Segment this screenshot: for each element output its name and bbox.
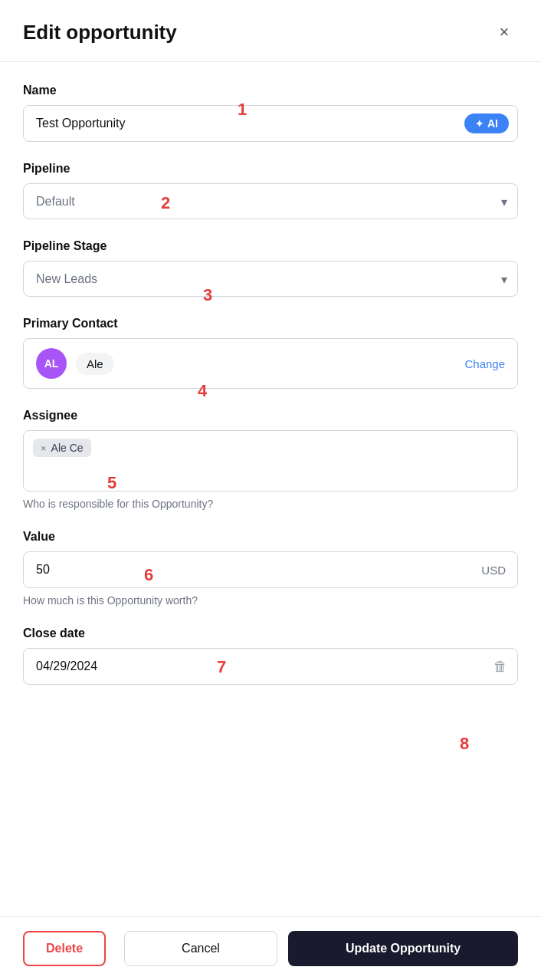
remove-assignee-icon[interactable]: × <box>41 442 47 454</box>
value-input[interactable] <box>23 551 518 588</box>
ai-sparkle-icon: ✦ <box>475 118 484 130</box>
modal-title: Edit opportunity <box>23 21 177 44</box>
edit-opportunity-modal: Edit opportunity × 1 2 3 4 5 6 7 8 Name … <box>0 0 541 980</box>
pipeline-select[interactable]: Default Sales Marketing <box>23 183 518 219</box>
ai-button-label: AI <box>487 117 498 130</box>
pipeline-stage-select[interactable]: New Leads Qualified Proposal Closed Won … <box>23 261 518 297</box>
modal-header: Edit opportunity × <box>0 0 541 62</box>
pipeline-stage-select-wrapper: New Leads Qualified Proposal Closed Won … <box>23 261 518 297</box>
close-date-field-group: Close date 🗑 <box>23 626 518 685</box>
close-date-label: Close date <box>23 626 518 640</box>
step-8-indicator: 8 <box>460 734 469 754</box>
assignee-hint: Who is responsible for this Opportunity? <box>23 498 518 510</box>
pipeline-stage-label: Pipeline Stage <box>23 239 518 253</box>
value-field-group: Value USD How much is this Opportunity w… <box>23 530 518 607</box>
assignee-tag[interactable]: × Ale Ce <box>33 439 91 457</box>
name-label: Name <box>23 84 518 97</box>
contact-name-pill: Ale <box>76 353 114 375</box>
name-input[interactable] <box>23 105 518 142</box>
value-hint: How much is this Opportunity worth? <box>23 594 518 607</box>
pipeline-stage-field-group: Pipeline Stage New Leads Qualified Propo… <box>23 239 518 297</box>
name-field-group: Name ✦ AI <box>23 84 518 142</box>
assignee-name: Ale Ce <box>51 442 84 454</box>
avatar: AL <box>36 348 67 379</box>
pipeline-label: Pipeline <box>23 162 518 176</box>
delete-date-button[interactable]: 🗑 <box>493 659 507 675</box>
close-date-input[interactable] <box>23 648 518 685</box>
close-button[interactable]: × <box>490 18 518 46</box>
pipeline-select-wrapper: Default Sales Marketing ▾ <box>23 183 518 219</box>
primary-contact-field-group: Primary Contact AL Ale Change <box>23 317 518 389</box>
assignee-field-group: Assignee × Ale Ce Who is responsible for… <box>23 409 518 510</box>
contact-left: AL Ale <box>36 348 114 379</box>
assignee-label: Assignee <box>23 409 518 423</box>
cancel-button[interactable]: Cancel <box>124 931 277 966</box>
update-opportunity-button[interactable]: Update Opportunity <box>288 931 518 966</box>
modal-body: 1 2 3 4 5 6 7 8 Name ✦ AI Pipeline Defau… <box>0 62 541 980</box>
date-field-wrapper: 🗑 <box>23 648 518 685</box>
delete-button[interactable]: Delete <box>23 931 106 966</box>
pipeline-field-group: Pipeline Default Sales Marketing ▾ <box>23 162 518 219</box>
change-contact-button[interactable]: Change <box>464 357 505 370</box>
name-field-wrapper: ✦ AI <box>23 105 518 142</box>
value-field-wrapper: USD <box>23 551 518 588</box>
value-label: Value <box>23 530 518 544</box>
primary-contact-field: AL Ale Change <box>23 338 518 389</box>
footer-right-buttons: Cancel Update Opportunity <box>118 931 518 966</box>
primary-contact-label: Primary Contact <box>23 317 518 331</box>
assignee-field[interactable]: × Ale Ce <box>23 430 518 492</box>
modal-footer: Delete Cancel Update Opportunity <box>0 916 541 980</box>
ai-button[interactable]: ✦ AI <box>464 113 509 133</box>
